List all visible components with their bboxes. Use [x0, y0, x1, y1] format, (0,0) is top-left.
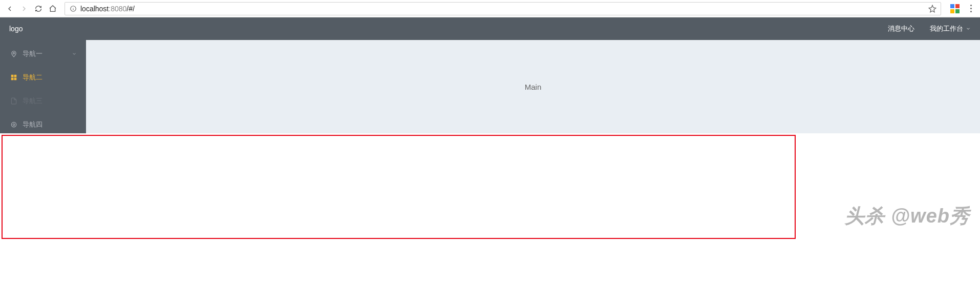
svg-rect-9 [14, 78, 17, 81]
chevron-down-icon [72, 51, 77, 56]
location-icon [10, 50, 17, 57]
url-path: /#/ [126, 5, 135, 13]
workspace-dropdown[interactable]: 我的工作台 [930, 24, 971, 33]
address-bar[interactable]: localhost:8080/#/ [65, 2, 941, 15]
document-icon [10, 97, 17, 105]
header-right: 消息中心 我的工作台 [888, 24, 971, 33]
sidebar-item-label: 导航三 [23, 96, 42, 106]
target-icon [10, 121, 17, 128]
sidebar-item-nav4[interactable]: 导航四 [0, 113, 86, 136]
svg-rect-4 [955, 9, 960, 13]
browser-menu-icon[interactable] [966, 5, 976, 12]
message-center-link[interactable]: 消息中心 [888, 24, 914, 33]
url-host: localhost [80, 5, 109, 13]
app-root: logo 消息中心 我的工作台 导航一 导航二 [0, 17, 980, 133]
chevron-down-icon [966, 26, 971, 31]
annotation-box [2, 135, 796, 239]
sidebar-item-label: 导航一 [23, 49, 42, 58]
app-header: logo 消息中心 我的工作台 [0, 17, 980, 40]
sidebar-item-nav1[interactable]: 导航一 [0, 42, 86, 66]
extension-icon[interactable] [950, 4, 960, 13]
workspace-label: 我的工作台 [930, 24, 963, 33]
sidebar: 导航一 导航二 导航三 导航四 [0, 40, 86, 133]
svg-point-10 [11, 122, 16, 127]
site-info-icon[interactable] [69, 5, 77, 13]
svg-rect-8 [11, 78, 14, 81]
svg-rect-7 [14, 75, 17, 77]
grid-icon [10, 74, 17, 81]
sidebar-item-label: 导航二 [23, 73, 42, 82]
svg-point-11 [13, 124, 15, 126]
logo[interactable]: logo [9, 25, 23, 33]
home-button[interactable] [47, 3, 58, 14]
forward-button[interactable] [18, 3, 30, 14]
watermark: 头杀 @web秀 [845, 203, 970, 229]
main-text: Main [525, 83, 542, 91]
sidebar-item-label: 导航四 [23, 120, 42, 129]
svg-rect-1 [950, 4, 954, 8]
main-content: Main [86, 40, 980, 133]
svg-rect-6 [11, 75, 14, 77]
sidebar-item-nav3[interactable]: 导航三 [0, 89, 86, 113]
back-button[interactable] [4, 3, 15, 14]
svg-point-5 [13, 52, 15, 54]
url-port: :8080 [109, 5, 126, 13]
app-body: 导航一 导航二 导航三 导航四 [0, 40, 980, 133]
bookmark-star-icon[interactable] [928, 5, 936, 13]
svg-rect-2 [955, 4, 960, 8]
sidebar-item-nav2[interactable]: 导航二 [0, 66, 86, 89]
reload-button[interactable] [33, 3, 44, 14]
svg-rect-3 [950, 9, 954, 13]
browser-toolbar: localhost:8080/#/ [0, 0, 980, 17]
